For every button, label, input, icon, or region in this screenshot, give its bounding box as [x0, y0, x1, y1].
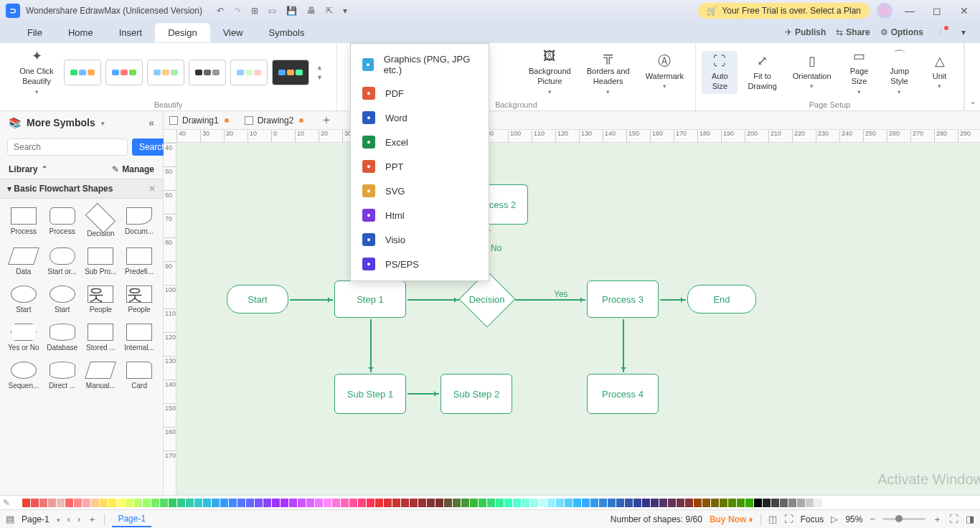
color-swatch[interactable]	[246, 499, 254, 507]
menu-view[interactable]: View	[210, 23, 256, 42]
color-swatch[interactable]	[573, 499, 581, 507]
color-swatch[interactable]	[169, 499, 176, 507]
zoom-slider[interactable]	[882, 518, 925, 520]
color-swatch[interactable]	[806, 499, 814, 507]
color-swatch[interactable]	[814, 499, 822, 507]
theme-scroll-up[interactable]: ▲	[316, 64, 323, 71]
share-button[interactable]: ⇆ Share	[836, 27, 870, 37]
theme-swatch-3[interactable]	[147, 60, 184, 85]
maximize-button[interactable]: ◻	[927, 5, 947, 16]
color-swatch[interactable]	[237, 499, 245, 507]
color-swatch[interactable]	[659, 499, 667, 507]
fc-substep1[interactable]: Sub Step 1	[334, 374, 406, 414]
fit-to-drawing-button[interactable]: ⤢Fit to Drawing	[742, 51, 782, 95]
minimize-button[interactable]: ―	[900, 5, 920, 16]
color-swatch[interactable]	[771, 499, 779, 507]
fc-process4[interactable]: Process 4	[587, 374, 659, 414]
color-swatch[interactable]	[763, 499, 771, 507]
color-swatch[interactable]	[565, 499, 573, 507]
color-swatch[interactable]	[788, 499, 796, 507]
color-swatch[interactable]	[289, 499, 297, 507]
color-swatch[interactable]	[332, 499, 340, 507]
manage-button[interactable]: ✎ Manage	[112, 164, 154, 174]
close-button[interactable]: ✕	[954, 5, 974, 16]
drawing-canvas[interactable]: Start Step 1 Decision cess 2 Process 3 E…	[176, 143, 980, 495]
color-swatch[interactable]	[677, 499, 684, 507]
focus-icon[interactable]: ⛶	[784, 514, 793, 524]
shape-stencil[interactable]: Process	[6, 207, 42, 237]
color-swatch[interactable]	[401, 499, 409, 507]
theme-swatch-6[interactable]	[272, 60, 309, 85]
color-swatch[interactable]	[134, 499, 142, 507]
buy-now-button[interactable]: Buy Now ♦	[710, 514, 753, 524]
color-swatch[interactable]	[186, 499, 194, 507]
shape-stencil[interactable]: Data	[6, 248, 42, 275]
color-swatch[interactable]	[556, 499, 564, 507]
export-item[interactable]: ●Graphics (PNG, JPG etc.)	[351, 48, 489, 81]
color-swatch[interactable]	[651, 499, 659, 507]
unit-button[interactable]: △Unit▾	[922, 51, 958, 94]
color-swatch[interactable]	[539, 499, 547, 507]
zoom-in-icon[interactable]: ＋	[933, 513, 942, 526]
page-size-button[interactable]: ▭Page Size▾	[842, 46, 877, 99]
color-swatch[interactable]	[685, 499, 693, 507]
color-swatch[interactable]	[22, 499, 30, 507]
shape-stencil[interactable]: Sequen...	[6, 362, 42, 390]
theme-swatch-1[interactable]	[64, 60, 101, 85]
new-icon[interactable]: ⊞	[251, 6, 258, 16]
prev-page-icon[interactable]: ‹	[67, 514, 70, 524]
ribbon-collapse-button[interactable]: ⌄	[964, 43, 980, 110]
notifications-icon[interactable]: ❔	[933, 27, 951, 37]
shape-stencil[interactable]: Card	[121, 362, 157, 390]
fc-start[interactable]: Start	[227, 285, 288, 314]
close-category-icon[interactable]: ✕	[149, 184, 156, 194]
drawing-tab[interactable]: Drawing2	[239, 113, 314, 128]
color-swatch[interactable]	[668, 499, 676, 507]
color-swatch[interactable]	[418, 499, 426, 507]
color-picker-icon[interactable]: ✎	[3, 498, 13, 508]
theme-swatch-5[interactable]	[230, 60, 268, 85]
color-swatch[interactable]	[203, 499, 211, 507]
color-swatch[interactable]	[720, 499, 727, 507]
color-swatch[interactable]	[453, 499, 461, 507]
color-swatch[interactable]	[435, 499, 443, 507]
export-icon[interactable]: ⇱	[326, 6, 333, 16]
color-swatch[interactable]	[324, 499, 331, 507]
color-swatch[interactable]	[220, 499, 228, 507]
menu-design[interactable]: Design	[155, 23, 209, 42]
library-toggle[interactable]: Library ⌃	[9, 164, 48, 174]
color-swatch[interactable]	[229, 499, 237, 507]
borders-headers-button[interactable]: ╦Borders and Headers▾	[581, 46, 636, 99]
color-swatch[interactable]	[91, 499, 99, 507]
menu-collapse-icon[interactable]: ▾	[961, 27, 966, 37]
color-swatch[interactable]	[392, 499, 400, 507]
color-swatch[interactable]	[48, 499, 56, 507]
trial-banner[interactable]: 🛒 Your Free Trial is over. Select a Plan	[698, 3, 870, 19]
menu-home[interactable]: Home	[55, 23, 106, 42]
undo-icon[interactable]: ↶	[217, 6, 224, 16]
jump-style-button[interactable]: ⌒Jump Style▾	[882, 46, 918, 99]
color-swatch[interactable]	[745, 499, 753, 507]
zoom-out-icon[interactable]: −	[870, 514, 875, 524]
theme-swatch-2[interactable]	[105, 60, 143, 85]
fc-step1[interactable]: Step 1	[334, 280, 406, 318]
shape-stencil[interactable]: Direct ...	[44, 362, 80, 390]
panel-toggle-icon[interactable]: ◨	[966, 514, 974, 524]
color-swatch[interactable]	[711, 499, 719, 507]
color-swatch[interactable]	[496, 499, 504, 507]
fc-substep2[interactable]: Sub Step 2	[440, 374, 512, 414]
color-swatch[interactable]	[582, 499, 590, 507]
color-swatch[interactable]	[616, 499, 624, 507]
color-swatch[interactable]	[410, 499, 418, 507]
color-swatch[interactable]	[384, 499, 392, 507]
color-swatch[interactable]	[281, 499, 288, 507]
layers-icon[interactable]: ◫	[768, 514, 777, 524]
color-swatch[interactable]	[255, 499, 263, 507]
export-item[interactable]: ●Visio	[351, 227, 489, 252]
shape-stencil[interactable]: Start	[44, 286, 80, 314]
auto-size-button[interactable]: ⛶Auto Size	[702, 51, 738, 95]
color-swatch[interactable]	[737, 499, 745, 507]
publish-button[interactable]: ✈ Publish	[785, 27, 826, 37]
one-click-beautify-button[interactable]: ✦ One Click Beautify▾	[14, 46, 60, 99]
color-swatch[interactable]	[117, 499, 125, 507]
